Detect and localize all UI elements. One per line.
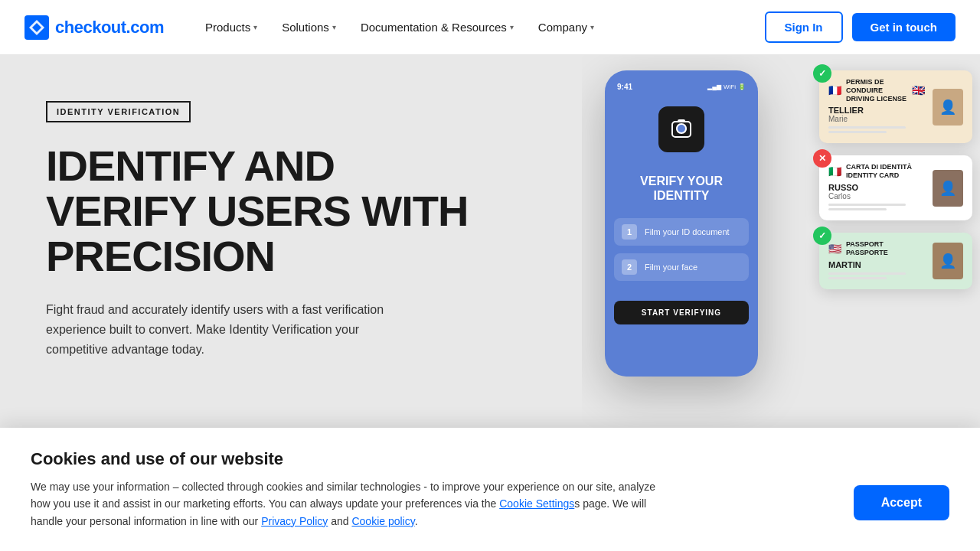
card-3-status-success: ✓ <box>813 227 831 245</box>
main-nav: Products ▾ Solutions ▾ Documentation & R… <box>194 15 765 40</box>
card-status-success: ✓ <box>813 64 831 83</box>
logo-icon <box>24 15 49 40</box>
step-1-number: 1 <box>622 224 637 240</box>
card-3-lastname: MARTIN <box>828 260 925 269</box>
phone-mockup: 9:41 ▂▄▆ WiFi 🔋 VERIFY YOURIDENTITY <box>605 70 758 377</box>
step-2-text: Film your face <box>645 262 697 272</box>
card-3-photo: 👤 <box>933 243 963 279</box>
card-3-header: 🇺🇸 PASSPORT PASSPORTE <box>828 240 925 257</box>
card-2-photo: 👤 <box>933 170 963 207</box>
phone-step-1: 1 Film your ID document <box>614 218 749 246</box>
cookie-settings-link[interactable]: Cookie Settings <box>499 497 574 510</box>
card-1-info: 🇫🇷 PERMIS DE CONDUIRE DRIVING LICENSE 🇬🇧… <box>828 78 925 135</box>
card-3-type-2: PASSPORTE <box>846 249 888 257</box>
camera-icon <box>658 106 704 152</box>
cookie-text: We may use your information – collected … <box>31 478 658 530</box>
svg-point-2 <box>678 125 685 132</box>
chevron-down-icon: ▾ <box>510 23 514 31</box>
card-1-header: 🇫🇷 PERMIS DE CONDUIRE DRIVING LICENSE 🇬🇧 <box>828 78 925 103</box>
card-1-firstname: Marie <box>828 115 925 123</box>
id-cards-container: ✓ 🇫🇷 PERMIS DE CONDUIRE DRIVING LICENSE … <box>819 70 972 289</box>
chevron-down-icon: ▾ <box>332 23 336 31</box>
card-1-lastname: TELLIER <box>828 106 925 115</box>
card-2-lastname: RUSSO <box>828 183 925 192</box>
phone-time: 9:41 <box>617 83 632 91</box>
card-1-type-1: PERMIS DE CONDUIRE <box>846 78 907 95</box>
flag-gb: 🇬🇧 <box>912 84 925 96</box>
card-3-lines <box>828 272 925 279</box>
chevron-down-icon: ▾ <box>253 23 257 31</box>
header-actions: Sign In Get in touch <box>765 11 956 43</box>
phone-status-bar: 9:41 ▂▄▆ WiFi 🔋 <box>614 83 749 91</box>
nav-solutions[interactable]: Solutions ▾ <box>271 15 347 40</box>
card-2-type-2: IDENTITY CARD <box>846 171 912 180</box>
privacy-policy-link[interactable]: Privacy Policy <box>261 515 328 527</box>
cookie-actions: Accept <box>854 485 949 520</box>
chevron-down-icon: ▾ <box>590 23 594 31</box>
cookie-title: Cookies and use of our website <box>31 449 949 469</box>
card-3-info: 🇺🇸 PASSPORT PASSPORTE MARTIN <box>828 240 925 282</box>
identity-verification-badge: IDENTITY VERIFICATION <box>46 101 191 122</box>
id-card-identity: ✕ 🇮🇹 CARTA DI IDENTITÀ IDENTITY CARD RUS… <box>819 155 972 220</box>
hero-title: IDENTIFY AND VERIFY USERS WITH PRECISION <box>46 144 536 279</box>
accept-button[interactable]: Accept <box>854 485 949 520</box>
start-verifying-button[interactable]: START VERIFYING <box>614 301 749 324</box>
card-2-lines <box>828 204 925 210</box>
step-2-number: 2 <box>622 259 637 275</box>
card-1-type-2: DRIVING LICENSE <box>846 95 907 103</box>
card-1-lines <box>828 126 925 133</box>
svg-rect-3 <box>678 119 685 122</box>
logo-text: checkout.com <box>55 18 164 37</box>
card-2-firstname: Carlos <box>828 192 925 201</box>
id-card-passport: ✓ 🇺🇸 PASSPORT PASSPORTE MARTIN <box>819 233 972 289</box>
card-1-photo: 👤 <box>933 89 963 126</box>
phone-verify-title: VERIFY YOURIDENTITY <box>640 174 723 203</box>
flag-us: 🇺🇸 <box>828 243 841 255</box>
cookie-policy-link[interactable]: Cookie policy <box>351 515 414 527</box>
card-2-header: 🇮🇹 CARTA DI IDENTITÀ IDENTITY CARD <box>828 163 925 180</box>
card-2-type-1: CARTA DI IDENTITÀ <box>846 163 912 171</box>
phone-step-2: 2 Film your face <box>614 253 749 281</box>
card-3-type-1: PASSPORT <box>846 240 888 249</box>
header: checkout.com Products ▾ Solutions ▾ Docu… <box>0 0 980 55</box>
step-1-text: Film your ID document <box>645 227 730 236</box>
get-in-touch-button[interactable]: Get in touch <box>852 13 956 41</box>
id-card-driving-license: ✓ 🇫🇷 PERMIS DE CONDUIRE DRIVING LICENSE … <box>819 70 972 143</box>
sign-in-button[interactable]: Sign In <box>765 11 843 43</box>
cookie-banner: Cookies and use of our website We may us… <box>0 428 980 551</box>
phone-signal-icons: ▂▄▆ WiFi 🔋 <box>707 83 746 90</box>
hero-description: Fight fraud and accurately identify user… <box>46 300 413 359</box>
nav-products[interactable]: Products ▾ <box>194 15 268 40</box>
card-2-info: 🇮🇹 CARTA DI IDENTITÀ IDENTITY CARD RUSSO… <box>828 163 925 213</box>
flag-fr: 🇫🇷 <box>828 84 841 96</box>
nav-company[interactable]: Company ▾ <box>528 15 605 40</box>
nav-docs[interactable]: Documentation & Resources ▾ <box>350 15 524 40</box>
flag-it: 🇮🇹 <box>828 165 841 178</box>
logo[interactable]: checkout.com <box>24 15 164 40</box>
